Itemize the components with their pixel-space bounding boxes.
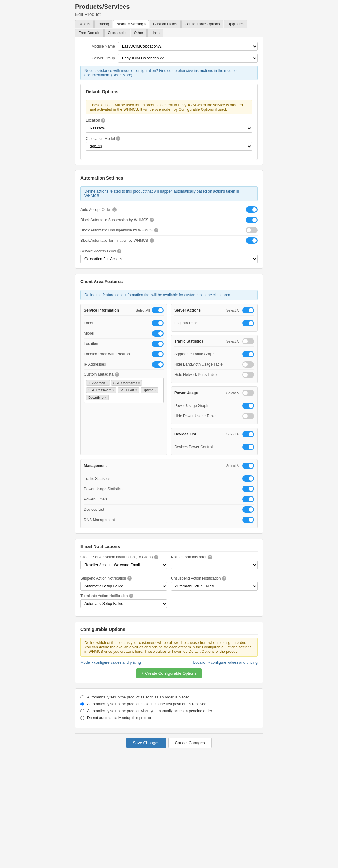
sa-log-into-toggle[interactable]	[242, 320, 254, 326]
service-access-select[interactable]: Colocation Full Access	[81, 255, 257, 264]
tab-custom-fields[interactable]: Custom Fields	[150, 20, 181, 28]
edit-subtitle: Edit Product	[75, 11, 263, 17]
module-settings-form: Module Name EasyDCIMColocationv2 Server …	[75, 37, 263, 165]
mgmt-power-outlets-toggle[interactable]	[242, 496, 254, 502]
block-suspension-toggle[interactable]	[246, 217, 257, 223]
pu-hide-table-toggle[interactable]	[242, 413, 254, 419]
tag-ssh-password-remove[interactable]: ×	[112, 389, 114, 392]
radio-row-2: Automatically setup the product when you…	[81, 708, 257, 714]
tab-cross-sells[interactable]: Cross-sells	[104, 29, 129, 37]
ts-network-ports-toggle[interactable]	[242, 372, 254, 378]
service-access-help-icon[interactable]: ?	[117, 249, 121, 253]
colocation-model-select[interactable]: test123	[86, 142, 252, 151]
suspend-help-icon[interactable]: ?	[127, 576, 132, 581]
config-links: Model - configure values and pricing Loc…	[81, 660, 257, 665]
location-select[interactable]: Rzeszów	[86, 124, 252, 133]
power-usage-select-all-toggle[interactable]	[242, 390, 254, 396]
automation-banner: Define actions related to this product t…	[81, 186, 257, 201]
notified-admin-help-icon[interactable]: ?	[208, 555, 212, 559]
create-server-help-icon[interactable]: ?	[154, 555, 158, 559]
mgmt-power-stats-toggle[interactable]	[242, 486, 254, 492]
notified-admin-select[interactable]	[171, 560, 257, 569]
create-server-notif-label: Create Server Action Notification (To Cl…	[81, 555, 153, 559]
terminate-notif-select[interactable]: Automatic Setup Failed	[81, 599, 167, 608]
block-unsuspension-toggle[interactable]	[246, 227, 257, 234]
si-label-toggle[interactable]	[152, 320, 164, 326]
tab-links[interactable]: Links	[147, 29, 163, 37]
tab-free-domain[interactable]: Free Domain	[75, 29, 103, 37]
dl-power-control-toggle[interactable]	[242, 444, 254, 450]
custom-metadata-tags[interactable]: IP Address × SSH Username × SSH Password…	[84, 378, 164, 403]
tab-pricing[interactable]: Pricing	[94, 20, 113, 28]
power-usage-block: Power Usage Select All Power Usage Graph	[171, 386, 257, 425]
mgmt-devices-list-toggle[interactable]	[242, 506, 254, 513]
email-notifications-card: Email Notifications Create Server Action…	[75, 539, 263, 617]
si-model-toggle[interactable]	[152, 330, 164, 337]
management-select-all-toggle[interactable]	[242, 463, 254, 469]
auto-accept-toggle[interactable]	[246, 207, 257, 213]
service-info-select-all-toggle[interactable]	[152, 307, 164, 313]
ts-bandwidth-toggle[interactable]	[242, 361, 254, 368]
module-name-select[interactable]: EasyDCIMColocationv2	[118, 42, 257, 51]
mgmt-traffic-toggle[interactable]	[242, 475, 254, 482]
autosetup-radio-1[interactable]	[81, 702, 85, 706]
radio-row-0: Automatically setup the product as soon …	[81, 694, 257, 701]
si-ip-toggle[interactable]	[152, 361, 164, 368]
colocation-model-help-icon[interactable]: ?	[116, 136, 121, 141]
save-changes-button[interactable]: Save Changes	[126, 738, 165, 748]
auto-setup-card: Automatically setup the product as soon …	[75, 688, 263, 728]
autosetup-radio-3[interactable]	[81, 716, 85, 720]
block-termination-help-icon[interactable]: ?	[150, 238, 154, 243]
suspend-notif-field: Suspend Action Notification ? Automatic …	[81, 576, 167, 591]
tab-configurable-options[interactable]: Configurable Options	[181, 20, 223, 28]
block-unsuspension-help-icon[interactable]: ?	[154, 228, 158, 232]
create-configurable-options-button[interactable]: + Create Configurable Options	[136, 669, 202, 678]
mgmt-dns-toggle[interactable]	[242, 517, 254, 523]
ts-aggregate-toggle[interactable]	[242, 351, 254, 357]
read-more-link[interactable]: (Read More)	[111, 73, 132, 77]
custom-metadata-help-icon[interactable]: ?	[115, 372, 119, 377]
block-suspension-help-icon[interactable]: ?	[150, 218, 154, 222]
tab-module-settings[interactable]: Module Settings	[113, 20, 149, 28]
create-server-notif-select[interactable]: Reseller Account Welcome Email	[81, 560, 167, 569]
tab-other[interactable]: Other	[130, 29, 147, 37]
model-configure-link[interactable]: Model - configure values and pricing	[81, 660, 141, 665]
tab-details[interactable]: Details	[75, 20, 94, 28]
devices-list-select-all-toggle[interactable]	[242, 431, 254, 437]
mgmt-traffic-row: Traffic Statistics	[84, 473, 254, 484]
server-group-select[interactable]: EasyDCIM Colocation v2	[118, 54, 257, 63]
tag-downtime-remove[interactable]: ×	[104, 396, 106, 399]
location-help-icon[interactable]: ?	[101, 118, 105, 123]
terminate-help-icon[interactable]: ?	[129, 594, 133, 598]
tab-upgrades[interactable]: Upgrades	[224, 20, 247, 28]
tag-uptime-remove[interactable]: ×	[154, 389, 156, 392]
traffic-stats-select-all-toggle[interactable]	[242, 338, 254, 344]
devices-list-block: Devices List Select All Devices Power Co…	[171, 428, 257, 456]
unsuspend-notif-select[interactable]: Automatic Setup Failed	[171, 582, 257, 591]
pu-graph-toggle[interactable]	[242, 403, 254, 409]
sa-log-into-row: Log Into Panel	[174, 318, 254, 328]
tag-ssh-port-remove[interactable]: ×	[135, 389, 137, 392]
si-rack-toggle[interactable]	[152, 351, 164, 357]
tag-ip-address-remove[interactable]: ×	[106, 381, 107, 385]
si-location-toggle[interactable]	[152, 341, 164, 347]
toggle-row-block-termination: Block Automatic Termination by WHMCS ?	[81, 236, 257, 246]
block-termination-toggle[interactable]	[246, 238, 257, 244]
server-actions-select-all-toggle[interactable]	[242, 307, 254, 313]
location-configure-link[interactable]: Location - configure values and pricing	[193, 660, 257, 665]
auto-accept-help-icon[interactable]: ?	[112, 207, 117, 212]
suspend-notif-select[interactable]: Automatic Setup Failed	[81, 582, 167, 591]
module-name-label: Module Name	[81, 44, 118, 49]
autosetup-radio-0[interactable]	[81, 695, 85, 700]
unsuspend-help-icon[interactable]: ?	[222, 576, 226, 581]
server-actions-block: Server Actions Select All Log Into Panel	[171, 304, 257, 332]
management-block: Management Select All Traffic Statistics…	[81, 459, 257, 528]
autosetup-radio-2[interactable]	[81, 709, 85, 713]
notified-admin-label: Notified Administrator	[171, 555, 207, 559]
autosetup-label-2: Automatically setup the product when you…	[87, 709, 212, 713]
tag-ssh-username-remove[interactable]: ×	[138, 381, 140, 385]
ts-bandwidth-row: Hide Bandwidth Usage Table	[174, 360, 254, 370]
terminate-notif-label: Terminate Action Notification	[81, 594, 128, 598]
cancel-changes-button[interactable]: Cancel Changes	[168, 738, 212, 748]
client-area-card: Client Area Features Define the features…	[75, 274, 263, 534]
